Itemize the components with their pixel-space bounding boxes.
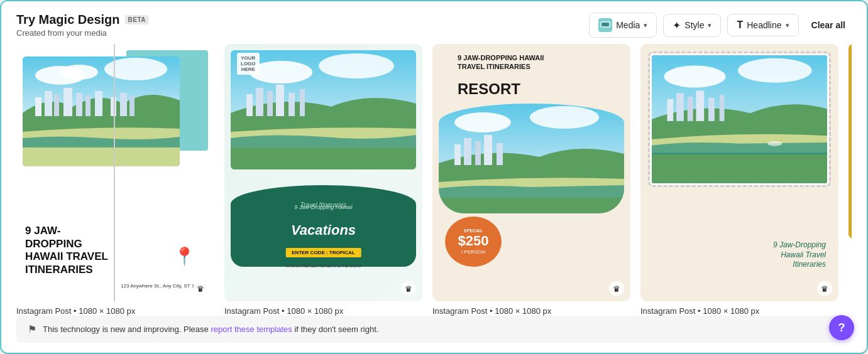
card1-city-image	[23, 56, 180, 166]
media-thumbnail-icon	[598, 18, 612, 32]
svg-point-28	[530, 106, 599, 129]
card3-crown-badge: ♛	[609, 281, 624, 296]
card2-vacation-text: Vacations	[224, 222, 422, 239]
svg-rect-20	[246, 94, 253, 116]
svg-point-43	[767, 141, 782, 146]
card4-text: 9 Jaw-Dropping Hawaii Travel Itineraries	[773, 240, 826, 270]
headline-icon: T	[737, 19, 743, 31]
header-subtitle: Created from your media	[16, 28, 149, 38]
card-4-preview: 9 Jaw-Dropping Hawaii Travel Itineraries…	[640, 44, 838, 301]
headline-filter-button[interactable]: T Headline ▾	[727, 14, 798, 36]
content-area: 9 JAW- DROPPING HAWAII TRAVEL ITINERARIE…	[1, 44, 867, 353]
svg-point-27	[454, 112, 511, 132]
card-1-label: Instagram Post • 1080 × 1080 px	[16, 306, 214, 316]
media-chevron-icon: ▾	[644, 21, 647, 30]
style-chevron-icon: ▾	[708, 21, 711, 30]
footer-notice: ⚑ This technology is new and improving. …	[16, 316, 852, 343]
card4-crown-badge: ♛	[817, 281, 832, 296]
svg-rect-10	[63, 88, 72, 116]
header-title-row: Try Magic Design BETA	[16, 13, 149, 27]
svg-rect-15	[120, 93, 127, 116]
style-btn-label: Style	[684, 20, 704, 30]
svg-rect-32	[484, 135, 492, 165]
svg-rect-25	[300, 89, 305, 116]
svg-rect-42	[720, 95, 725, 121]
card-3[interactable]: 9 JAW-DROPPING HAWAIITRAVEL ITINERARIES …	[432, 44, 630, 316]
card4-city-image	[650, 53, 829, 185]
svg-rect-40	[696, 90, 704, 121]
svg-rect-13	[95, 91, 102, 116]
svg-rect-12	[85, 95, 91, 116]
header-controls: Media ▾ ✦ Style ▾ T Headline ▾ Clear all	[589, 13, 852, 38]
svg-rect-8	[45, 91, 52, 116]
svg-rect-44	[849, 44, 852, 239]
svg-rect-9	[54, 94, 59, 116]
app-window: Try Magic Design BETA Created from your …	[0, 0, 868, 354]
card3-resort: RESORT	[458, 80, 520, 98]
svg-rect-2	[602, 23, 609, 26]
help-button[interactable]: ?	[829, 315, 854, 340]
svg-rect-39	[688, 97, 693, 121]
svg-point-5	[60, 65, 98, 80]
svg-rect-23	[276, 85, 284, 116]
svg-rect-21	[256, 88, 263, 116]
card3-city-image	[439, 104, 624, 213]
card-2-label: Instagram Post • 1080 × 1080 px	[224, 306, 422, 316]
media-filter-button[interactable]: Media ▾	[589, 13, 657, 38]
card-2[interactable]: YOURLOGOHERE 9 Jaw-Dropping Hawaii Trave…	[224, 44, 422, 316]
card2-website: WWW.REALLYGREATSITE.COM	[224, 263, 422, 269]
card2-logo: YOURLOGOHERE	[237, 53, 260, 75]
flag-icon: ⚑	[28, 323, 36, 335]
card-2-preview: YOURLOGOHERE 9 Jaw-Dropping Hawaii Trave…	[224, 44, 422, 301]
svg-rect-11	[76, 93, 82, 116]
card-5-partial-wrapper: ›	[849, 44, 852, 316]
svg-rect-31	[475, 141, 481, 165]
svg-point-19	[319, 53, 394, 78]
card1-divider-line	[114, 44, 115, 301]
style-filter-button[interactable]: ✦ Style ▾	[663, 14, 721, 37]
media-btn-label: Media	[616, 20, 640, 30]
beta-badge: BETA	[125, 15, 149, 24]
svg-rect-38	[676, 93, 684, 121]
card-3-label: Instagram Post • 1080 × 1080 px	[432, 306, 630, 316]
card1-crown-badge: ♛	[193, 281, 208, 296]
app-title: Try Magic Design	[16, 13, 120, 27]
svg-rect-41	[708, 98, 715, 121]
card3-title-top: 9 JAW-DROPPING HAWAIITRAVEL ITINERARIES	[458, 53, 624, 72]
headline-chevron-icon: ▾	[786, 21, 789, 30]
svg-rect-24	[288, 93, 295, 116]
card-1[interactable]: 9 JAW- DROPPING HAWAII TRAVEL ITINERARIE…	[16, 44, 214, 316]
header-left: Try Magic Design BETA Created from your …	[16, 13, 149, 38]
footer-text: This technology is new and improving. Pl…	[43, 324, 378, 334]
header: Try Magic Design BETA Created from your …	[1, 1, 867, 44]
card2-crown-badge: ♛	[401, 281, 416, 296]
svg-rect-37	[667, 99, 673, 121]
svg-rect-16	[129, 95, 135, 116]
card-3-preview: 9 JAW-DROPPING HAWAIITRAVEL ITINERARIES …	[432, 44, 630, 301]
card5-partial	[849, 44, 852, 239]
card-4-label: Instagram Post • 1080 × 1080 px	[640, 306, 838, 316]
card-4[interactable]: 9 Jaw-Dropping Hawaii Travel Itineraries…	[640, 44, 838, 316]
svg-rect-29	[454, 144, 461, 165]
svg-rect-30	[464, 138, 471, 165]
card2-code-box: ENTER CODE : TROPICAL	[285, 248, 361, 257]
svg-point-36	[738, 58, 811, 83]
card2-subtitle-text: Travel Itineraries	[224, 201, 422, 208]
card-1-preview: 9 JAW- DROPPING HAWAII TRAVEL ITINERARIE…	[16, 44, 214, 301]
report-templates-link[interactable]: report these templates	[211, 324, 292, 334]
card3-price-blob: SPECIAL $250 / PERSON	[445, 217, 502, 267]
svg-rect-7	[35, 97, 41, 116]
card1-pin-icon: 📍	[173, 246, 195, 267]
clear-all-button[interactable]: Clear all	[805, 15, 852, 35]
svg-point-35	[664, 66, 726, 88]
style-icon: ✦	[673, 19, 681, 31]
svg-rect-22	[267, 91, 273, 116]
headline-btn-label: Headline	[747, 20, 781, 30]
cards-wrapper: 9 JAW- DROPPING HAWAII TRAVEL ITINERARIE…	[16, 44, 852, 316]
card1-headline: 9 JAW- DROPPING HAWAII TRAVEL ITINERARIE…	[25, 225, 108, 276]
svg-rect-33	[497, 143, 503, 165]
